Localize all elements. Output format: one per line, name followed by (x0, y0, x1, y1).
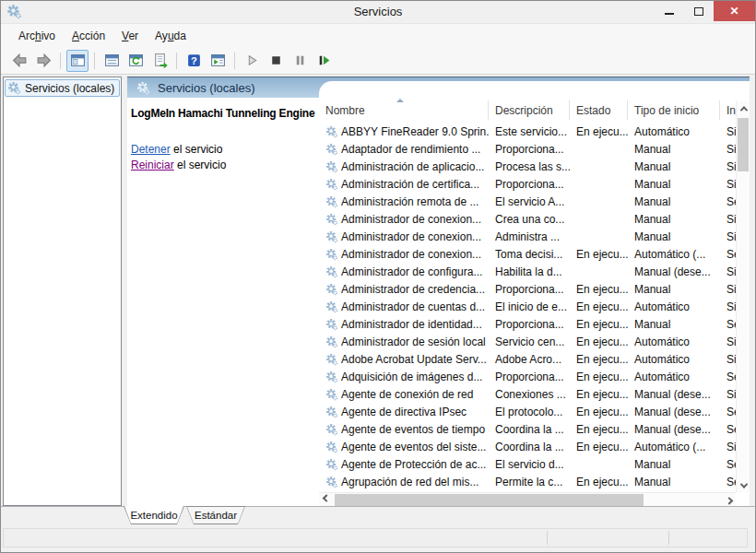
column-header-tipo-inicio[interactable]: Tipo de inicio (628, 100, 720, 120)
service-startup-type: Manual (dese... (628, 423, 720, 436)
service-row[interactable]: Adaptador de rendimiento ... Proporciona… (319, 140, 736, 158)
tab-estandar[interactable]: Estándar (186, 506, 245, 524)
scroll-right-button[interactable] (722, 493, 736, 507)
service-gear-icon (325, 143, 338, 156)
scroll-left-button[interactable] (319, 493, 333, 507)
column-header-descripcion[interactable]: Descripción (489, 100, 570, 120)
refresh-icon (128, 53, 144, 68)
service-logon-as: Si (720, 388, 736, 401)
scroll-up-button[interactable] (737, 101, 750, 115)
vertical-scrollbar[interactable] (736, 101, 750, 492)
start-service-button[interactable] (241, 50, 263, 72)
service-gear-icon (325, 476, 338, 488)
close-button[interactable]: ✕ (714, 1, 755, 21)
service-row[interactable]: Adobe Acrobat Update Serv... Adobe Acro.… (319, 350, 736, 368)
service-row[interactable]: Agente de directiva IPsec El protocolo..… (319, 403, 736, 420)
service-description: El protocolo... (489, 406, 570, 418)
title-bar[interactable]: Servicios ✕ (1, 1, 755, 23)
service-row[interactable]: Administrador de configura... Habilita l… (319, 263, 736, 280)
refresh-button[interactable] (124, 50, 147, 72)
service-description: Habilita la d... (489, 265, 570, 278)
service-description: Servicio cen... (489, 335, 570, 348)
horizontal-scrollbar[interactable] (319, 492, 736, 506)
properties-button[interactable] (100, 50, 123, 72)
service-row[interactable]: Agente de Protección de ac... El servici… (319, 455, 736, 473)
pause-icon (292, 53, 308, 68)
extended-view-button[interactable] (207, 50, 229, 72)
service-gear-icon (325, 283, 338, 296)
menu-accion[interactable]: Acción (64, 26, 113, 46)
service-row[interactable]: Administración remota de ... El servicio… (319, 193, 736, 210)
minimize-button[interactable] (655, 1, 684, 21)
show-console-tree-button[interactable] (66, 50, 89, 72)
horizontal-scroll-thumb[interactable] (335, 494, 644, 506)
column-header-iniciar-sesion[interactable]: In (720, 100, 736, 120)
service-row[interactable]: Agente de eventos del siste... Coordina … (319, 438, 736, 455)
menu-ver[interactable]: Ver (113, 26, 147, 46)
service-description: Este servicio... (489, 125, 570, 138)
service-gear-icon (325, 265, 338, 278)
service-startup-type: Manual (dese... (628, 265, 720, 278)
service-row[interactable]: Adquisición de imágenes d... Proporciona… (319, 368, 736, 385)
service-row[interactable]: ABBYY FineReader 9.0 Sprin... Este servi… (319, 123, 736, 140)
service-startup-type: Automático (628, 125, 720, 138)
extended-view-icon (210, 53, 226, 68)
service-row[interactable]: Administración de aplicacio... Procesa l… (319, 158, 736, 175)
tab-extendido[interactable]: Extendido (124, 506, 184, 524)
service-status: En ejecu... (570, 441, 628, 453)
column-header-nombre[interactable]: Nombre (319, 100, 489, 120)
forward-button[interactable] (32, 50, 54, 72)
chevron-left-icon (322, 494, 329, 501)
service-startup-type: Manual (dese... (628, 406, 720, 418)
menu-ayuda[interactable]: Ayuda (147, 26, 195, 46)
service-row[interactable]: Agrupación de red del mis... Permite la … (319, 473, 736, 490)
service-gear-icon (325, 458, 338, 471)
help-icon: ? (186, 53, 202, 68)
tree-item-servicios-locales[interactable]: Servicios (locales) (5, 79, 120, 97)
pause-service-button[interactable] (289, 50, 311, 72)
service-row[interactable]: Agente de eventos de tiempo Coordina la … (319, 420, 736, 438)
maximize-button[interactable] (684, 1, 714, 21)
service-gear-icon (325, 300, 338, 313)
service-row[interactable]: Administrador de credencia... Proporcion… (319, 280, 736, 298)
reiniciar-link[interactable]: Reiniciar (131, 159, 174, 171)
service-action-line: Reiniciar el servicio (131, 158, 319, 173)
stop-service-button[interactable] (265, 50, 287, 72)
service-status: En ejecu... (570, 283, 628, 296)
menu-archivo[interactable]: Archivo (10, 26, 64, 46)
export-list-button[interactable] (148, 50, 171, 72)
tab-estandar-label: Estándar (187, 507, 244, 524)
service-logon-as: Se (720, 195, 736, 208)
service-row[interactable]: Administrador de identidad... Proporcion… (319, 315, 736, 333)
chevron-right-icon (725, 497, 732, 504)
service-row[interactable]: Administrador de sesión local Servicio c… (319, 333, 736, 350)
toolbar-separator (60, 53, 61, 69)
toolbar-separator (234, 53, 235, 69)
services-window: Servicios ✕ Archivo Acción Ver Ayuda (0, 0, 756, 553)
back-button[interactable] (8, 50, 30, 72)
service-row[interactable]: Administración de certifica... Proporcio… (319, 175, 736, 193)
service-row[interactable]: Agente de conexión de red Conexiones ...… (319, 385, 736, 403)
service-row[interactable]: Administrador de conexion... Toma decisi… (319, 245, 736, 263)
scroll-down-button[interactable] (737, 478, 750, 492)
service-logon-as: Se (720, 248, 736, 261)
service-logon-as: Si (720, 125, 736, 138)
console-tree-icon (70, 53, 86, 68)
service-description: Adobe Acro... (489, 353, 570, 366)
restart-service-button[interactable] (313, 50, 335, 72)
service-name: Administrador de identidad... (341, 318, 482, 331)
window-title: Servicios (1, 5, 755, 18)
detener-link[interactable]: Detener (131, 143, 171, 156)
column-header-estado[interactable]: Estado (570, 100, 628, 120)
help-button[interactable]: ? (183, 50, 205, 72)
service-name: Administrador de cuentas d... (341, 300, 485, 313)
service-logon-as: Si (720, 441, 736, 453)
service-startup-type: Manual (628, 178, 720, 191)
service-startup-type: Manual (628, 213, 720, 226)
vertical-scroll-thumb[interactable] (738, 118, 749, 171)
service-row[interactable]: Administrador de cuentas d... El inicio … (319, 298, 736, 315)
services-gear-icon (7, 81, 21, 95)
service-description: Procesa las s... (489, 160, 570, 173)
service-row[interactable]: Administrador de conexion... Crea una co… (319, 210, 736, 228)
service-row[interactable]: Administrador de conexion... Administra … (319, 228, 736, 245)
